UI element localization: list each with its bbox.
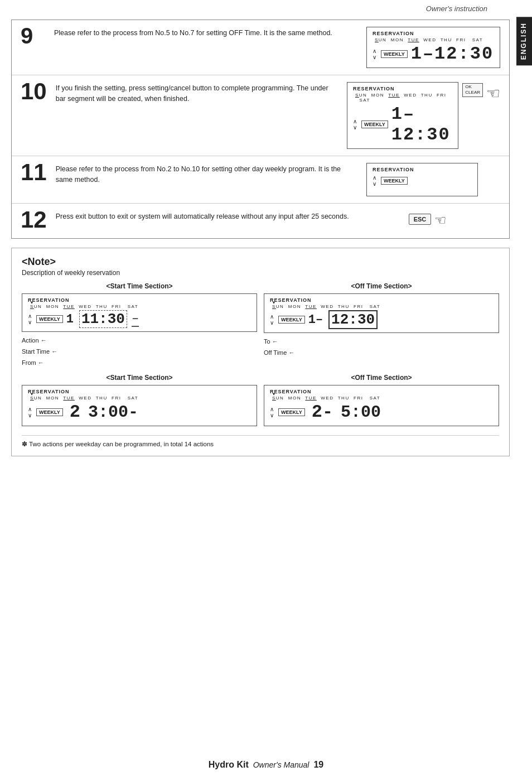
footer-brand: Hydro Kit [209,760,249,770]
note-lcd-off-weekly: WEEKLY [278,316,305,324]
lcd-9-label: RESERVATION [373,31,494,36]
step-11: 11 Please refer to the process from No.2… [12,156,509,204]
lcd-10-weekly: WEEKLY [361,120,388,128]
note-off2-time: 5:00 [341,403,381,422]
lcd-9: RESERVATION SUN MON TUE WED THU FRI SAT … [366,27,500,68]
step-number-11: 11 [21,161,47,184]
step-9-text: Please refer to the process from No.5 to… [54,27,357,38]
lcd-10-controls: ∧ ∨ WEEKLY 1–12:30 [353,104,452,145]
step-10-text: If you finish the setting, press setting… [56,82,338,104]
lcd-11: RESERVATION ∧ ∨ WEEKLY [366,163,478,196]
off-time-label-2: <Off Time Section> [264,374,499,382]
note-lcd-start-days: S▾UN MON TUE WED THU FRI SAT [30,304,251,309]
off-time-annotation: Off Time ← [264,348,499,359]
note-lcd-off2-row: ∧ ∨ WEEKLY 2- 5:00 [270,402,493,422]
note-off2-num: 2- [312,402,333,422]
note-lcd-start2-days: S▾UN MON TUE WED THU FRI SAT [30,396,251,401]
note-lcd-start2-arrows: ∧ ∨ [28,406,32,418]
lcd-11-arrows: ∧ ∨ [373,175,376,187]
language-tab: ENGLISH [516,17,532,65]
note-displays-row2: <Start Time Section> RESERVATION S▾UN MO… [22,374,499,430]
off-time-label: <Off Time Section> [264,282,499,290]
step-10: 10 If you finish the setting, press sett… [12,75,509,156]
to-label: To ← [264,336,499,348]
start-time-label-2: <Start Time Section> [22,374,257,382]
note-time-off: 12:30 [328,310,378,329]
esc-button[interactable]: ESC [409,214,432,225]
note-lcd-start-arrows: ∧ ∨ [28,313,32,325]
header-title: Owner's instruction [426,4,487,13]
step-number-10: 10 [21,80,47,103]
note-lcd-start-label: RESERVATION [28,297,251,303]
lcd-11-label: RESERVATION [373,167,472,172]
lcd-9-weekly: WEEKLY [381,50,408,58]
note-lcd-off2: RESERVATION S▾UN MON TUE WED THU FRI SAT… [264,385,499,426]
footer-manual: Owner's Manual [253,760,309,769]
step-12: 12 Press exit button to exit or system w… [12,204,509,238]
note-lcd-off2-arrows: ∧ ∨ [270,406,274,418]
note-lcd-start-weekly: WEEKLY [36,315,63,323]
off-annotations: To ← Off Time ← [264,336,499,359]
lcd-9-time: 1–12:30 [411,44,494,64]
from-label: From ← [22,358,257,369]
note-start2-num: 2 [70,402,80,422]
note-displays-row1: <Start Time Section> RESERVATION S▾UN MO… [22,282,499,368]
step-number-12: 12 [21,208,47,232]
off-time-section: <Off Time Section> RESERVATION S▾UN MON … [264,282,499,368]
lcd-10-label: RESERVATION [353,86,452,91]
note-lcd-start2-row: ∧ ∨ WEEKLY 2 3:00- [28,402,251,422]
note-time-start-prefix: 1 [66,312,74,326]
lcd-11-weekly: WEEKLY [381,177,408,185]
note-lcd-off2-days: S▾UN MON TUE WED THU FRI SAT [272,396,493,401]
footer-page: 19 [313,760,323,770]
note-footer-text: ✽ Two actions per weekday can be program… [22,435,499,448]
note-lcd-off-arrows: ∧ ∨ [270,314,274,326]
start-time-section-2: <Start Time Section> RESERVATION S▾UN MO… [22,374,257,430]
start-time-annotation: Start Time ← [22,346,257,358]
lcd-10: RESERVATION SUN MON TUE WED THU FRI SAT … [347,82,458,149]
step-9-display: RESERVATION SUN MON TUE WED THU FRI SAT … [366,27,500,68]
note-lcd-off-label: RESERVATION [270,297,493,303]
lcd-9-days: SUN MON TUE WED THU FRI SAT [375,37,494,42]
note-lcd-start: RESERVATION S▾UN MON TUE WED THU FRI SAT… [22,293,257,332]
instruction-box: 9 Please refer to the process from No.5 … [11,20,510,239]
note-lcd-start2-weekly: WEEKLY [36,408,63,416]
hand-icon-12: ☜ [434,213,447,228]
note-time-start-dash: – [132,312,139,327]
action-label: Action ← [22,335,257,346]
step-12-text: Press exit button to exit or system will… [56,210,357,222]
lcd-9-controls: ∧ ∨ WEEKLY 1–12:30 [373,44,494,64]
step-11-display: RESERVATION ∧ ∨ WEEKLY [366,163,500,196]
note-time-off-prefix: 1– [308,313,323,327]
lcd-10-time: 1–12:30 [391,104,452,145]
note-lcd-start2: RESERVATION S▾UN MON TUE WED THU FRI SAT… [22,385,257,426]
note-time-start: 11:30 [79,310,127,328]
start-time-section: <Start Time Section> RESERVATION S▾UN MO… [22,282,257,368]
note-lcd-off: RESERVATION S▾UN MON TUE WED THU FRI SAT… [264,293,499,333]
lcd-11-controls: ∧ ∨ WEEKLY [373,175,472,187]
note-lcd-start-row: ∧ ∨ WEEKLY 1 11:30 – [28,310,251,328]
step-9: 9 Please refer to the process from No.5 … [12,20,509,75]
start-time-label: <Start Time Section> [22,282,257,290]
page-footer: Hydro Kit Owner's Manual 19 [0,760,532,770]
note-start2-time: 3:00- [88,403,138,422]
step-12-display: ESC ☜ [366,210,500,228]
ok-clear-button[interactable]: OK CLEAR [462,83,483,97]
note-section: <Note> Description of weekly reservation… [11,248,510,456]
start-annotations: Action ← Start Time ← From ← [22,335,257,368]
lcd-10-arrows: ∧ ∨ [353,118,357,131]
lcd-9-arrows: ∧ ∨ [373,48,376,60]
note-lcd-off2-label: RESERVATION [270,389,493,394]
note-lcd-off-row: ∧ ∨ WEEKLY 1– 12:30 [270,310,493,329]
note-title: <Note> [22,256,499,268]
step-10-display: RESERVATION SUN MON TUE WED THU FRI SAT … [347,82,500,149]
note-lcd-start2-label: RESERVATION [28,389,251,394]
off-time-section-2: <Off Time Section> RESERVATION S▾UN MON … [264,374,499,430]
note-lcd-off2-weekly: WEEKLY [278,408,305,416]
note-lcd-off-days: S▾UN MON TUE WED THU FRI SAT [272,304,493,309]
lcd-10-days: SUN MON TUE WED THU FRI SAT [355,93,452,103]
step-11-text: Please refer to the process from No.2 to… [56,163,357,185]
step-number-9: 9 [21,25,45,47]
hand-icon-10: ☜ [486,84,500,103]
note-subtitle: Description of weekly reservation [22,269,499,277]
